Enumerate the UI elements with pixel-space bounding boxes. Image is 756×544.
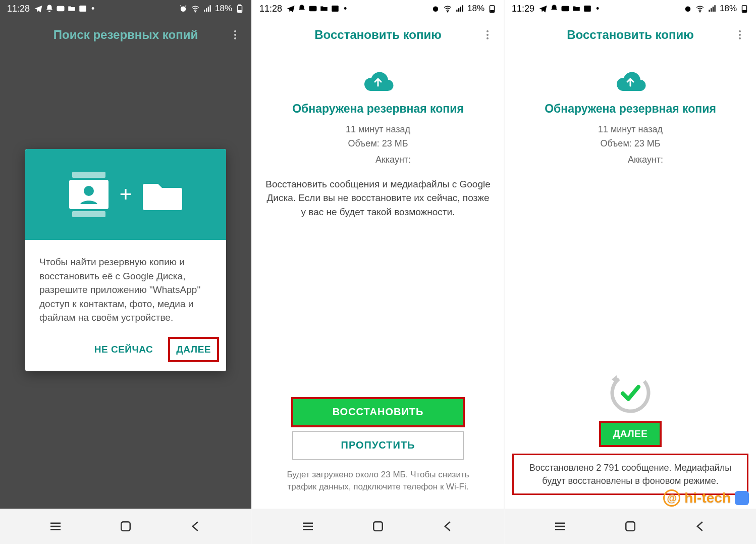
- app-header: Восстановить копию: [505, 17, 756, 53]
- wifi-icon: [443, 4, 452, 13]
- contacts-stack-icon: [69, 172, 109, 217]
- recents-icon[interactable]: [553, 519, 568, 534]
- status-bar: 11:28 • 18%: [252, 0, 504, 17]
- page-title: Поиск резервных копий: [53, 28, 198, 42]
- backup-when: 11 минут назад: [598, 123, 663, 137]
- status-left-icons: [286, 4, 340, 13]
- dialog-illustration: +: [25, 149, 226, 240]
- permission-dialog: + Чтобы найти резервную копию и восстано…: [25, 149, 226, 371]
- svg-point-33: [685, 7, 691, 12]
- svg-rect-5: [239, 5, 241, 6]
- svg-point-3: [195, 11, 196, 12]
- more-indicator: •: [344, 4, 347, 14]
- phone-screen-3: 11:29 • 18% Восстановить копию: [505, 0, 756, 544]
- svg-rect-31: [562, 6, 569, 12]
- overflow-menu[interactable]: [228, 28, 242, 42]
- more-indicator: •: [91, 4, 94, 14]
- next-button[interactable]: ДАЛЕЕ: [169, 338, 218, 361]
- folder-large-icon: [143, 179, 182, 210]
- nav-bar: [505, 509, 756, 544]
- restored-message: Восстановлено 2 791 сообщение. Медиафайл…: [514, 455, 747, 493]
- overflow-menu[interactable]: [480, 28, 495, 42]
- svg-rect-6: [238, 11, 241, 12]
- svg-point-26: [487, 37, 489, 39]
- dialog-body: Чтобы найти резервную копию и восстанови…: [25, 240, 226, 332]
- svg-point-12: [84, 186, 94, 196]
- page-title: Восстановить копию: [567, 28, 693, 42]
- phone-screen-1: 11:28 • 18% Поиск резервных копий: [0, 0, 251, 544]
- signal-icon: [708, 4, 717, 13]
- svg-point-20: [433, 7, 439, 12]
- svg-point-24: [487, 30, 489, 32]
- svg-rect-23: [491, 11, 494, 12]
- svg-point-39: [739, 37, 741, 39]
- svg-rect-30: [373, 522, 383, 531]
- watermark-at-icon: @: [663, 489, 680, 507]
- image-icon: [78, 4, 87, 13]
- signal-icon: [203, 4, 212, 13]
- svg-point-37: [739, 30, 741, 32]
- not-now-button[interactable]: НЕ СЕЙЧАС: [87, 338, 160, 361]
- next-button[interactable]: ДАЛЕЕ: [600, 422, 661, 446]
- vk-icon: [735, 491, 749, 505]
- skip-button[interactable]: ПРОПУСТИТЬ: [292, 431, 464, 460]
- svg-rect-36: [743, 11, 746, 12]
- svg-rect-18: [309, 6, 317, 12]
- more-vert-icon: [229, 29, 241, 41]
- home-icon[interactable]: [370, 519, 386, 534]
- recents-icon[interactable]: [300, 519, 315, 534]
- plus-icon: +: [120, 182, 132, 207]
- svg-point-21: [447, 11, 448, 12]
- backup-account-label: Аккаунт:: [345, 153, 411, 167]
- alarm-icon: [683, 4, 692, 13]
- bell-icon: [45, 4, 54, 13]
- telegram-icon: [34, 4, 43, 13]
- backup-found-title: Обнаружена резервная копия: [292, 102, 464, 116]
- folder-icon: [67, 4, 76, 13]
- battery-text: 18%: [215, 4, 232, 14]
- svg-rect-45: [626, 522, 635, 531]
- back-icon[interactable]: [188, 519, 203, 534]
- done-indicator: [609, 371, 652, 415]
- page-title: Восстановить копию: [314, 28, 441, 42]
- youtube-icon: [56, 4, 65, 13]
- backup-meta: 11 минут назад Объем: 23 МБ Аккаунт:: [345, 123, 411, 167]
- backup-when: 11 минут назад: [345, 123, 411, 137]
- more-vert-icon: [481, 29, 494, 41]
- restore-button[interactable]: ВОССТАНОВИТЬ: [292, 398, 464, 426]
- status-bar: 11:28 • 18%: [0, 0, 251, 17]
- cloud-upload-icon: [360, 68, 396, 93]
- status-bar: 11:29 • 18%: [505, 0, 756, 17]
- svg-point-8: [234, 34, 236, 36]
- home-icon[interactable]: [623, 519, 638, 534]
- bell-icon: [550, 4, 559, 13]
- image-icon: [583, 4, 592, 13]
- bell-icon: [297, 4, 306, 13]
- svg-rect-10: [72, 172, 105, 178]
- battery-icon: [488, 4, 497, 13]
- telegram-icon: [286, 4, 295, 13]
- home-icon[interactable]: [118, 519, 133, 534]
- backup-size: Объем: 23 МБ: [345, 137, 411, 151]
- svg-point-38: [739, 34, 741, 36]
- backup-meta: 11 минут назад Объем: 23 МБ Аккаунт:: [598, 123, 663, 167]
- status-time: 11:28: [259, 4, 282, 14]
- recents-icon[interactable]: [48, 519, 63, 534]
- app-header: Восстановить копию: [252, 17, 504, 53]
- image-icon: [331, 4, 340, 13]
- folder-icon: [319, 4, 329, 13]
- svg-rect-0: [57, 6, 65, 12]
- more-vert-icon: [734, 29, 746, 41]
- svg-point-7: [234, 30, 236, 32]
- svg-point-34: [699, 11, 700, 12]
- alarm-icon: [431, 4, 440, 13]
- backup-account-label: Аккаунт:: [598, 153, 663, 167]
- back-icon[interactable]: [693, 519, 708, 534]
- phone-screen-2: 11:28 • 18% Восстановить копию: [252, 0, 504, 544]
- battery-text: 18%: [467, 4, 484, 14]
- status-time: 11:29: [512, 4, 534, 14]
- back-icon[interactable]: [441, 519, 456, 534]
- overflow-menu[interactable]: [733, 28, 747, 42]
- svg-point-2: [181, 7, 186, 12]
- svg-point-9: [234, 37, 236, 39]
